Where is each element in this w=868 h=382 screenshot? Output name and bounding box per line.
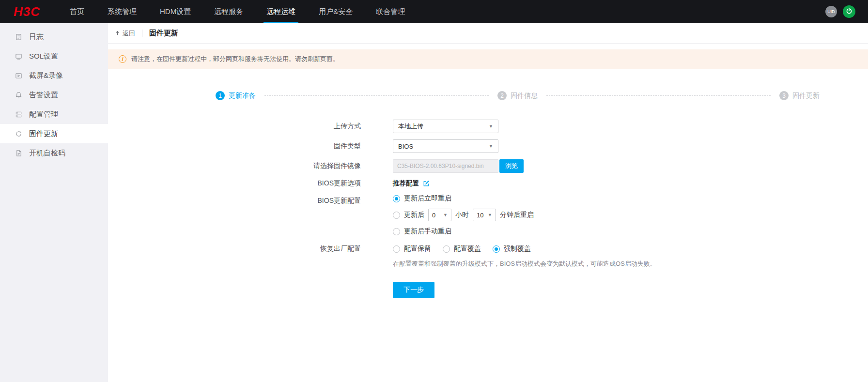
reboot-immediately-option: 更新后立即重启 <box>393 194 451 203</box>
sidebar-item-label: 固件更新 <box>29 129 58 138</box>
firmware-type-label: 固件类型 <box>108 142 361 151</box>
reboot-delayed-radio[interactable] <box>393 212 400 219</box>
nav-home[interactable]: 首页 <box>58 0 96 23</box>
chevron-down-icon: ▼ <box>489 144 493 149</box>
sidebar-item-log[interactable]: 日志 <box>0 27 108 46</box>
hours-unit-label: 小时 <box>455 211 469 219</box>
back-arrow-icon <box>115 30 120 37</box>
config-keep-radio[interactable] <box>393 245 400 253</box>
sidebar-item-alarm-settings[interactable]: 告警设置 <box>0 85 108 105</box>
reboot-manual-label: 更新后手动重启 <box>404 227 451 236</box>
config-keep-option: 配置保留 <box>393 244 431 253</box>
sidebar-item-firmware-update[interactable]: 固件更新 <box>0 124 108 143</box>
nav-remote-ops[interactable]: 远程运维 <box>255 0 307 23</box>
delay-hours-value: 0 <box>432 212 435 219</box>
sidebar-item-sol-settings[interactable]: SOL设置 <box>0 46 108 66</box>
edit-icon[interactable] <box>423 180 430 187</box>
bios-config-label: BIOS更新配置 <box>108 194 361 205</box>
sidebar-item-post-code[interactable]: 开机自检码 <box>0 143 108 163</box>
reboot-manual-radio[interactable] <box>393 228 400 235</box>
post-code-icon <box>15 149 22 157</box>
config-overwrite-radio[interactable] <box>443 245 450 253</box>
sidebar-item-label: SOL设置 <box>29 52 58 61</box>
step-firmware-update: 3 固件更新 <box>779 91 820 100</box>
sidebar-item-label: 告警设置 <box>29 91 58 100</box>
bios-options-label: BIOS更新选项 <box>108 179 361 188</box>
firmware-type-select[interactable]: BIOS ▼ <box>393 139 498 153</box>
sol-settings-icon <box>15 52 22 60</box>
info-icon: i <box>119 55 126 63</box>
sidebar-item-label: 开机自检码 <box>29 149 65 158</box>
step-label: 固件更新 <box>792 92 820 100</box>
step-number: 3 <box>779 91 789 100</box>
step-connector <box>264 95 489 96</box>
page-title: 固件更新 <box>142 29 178 38</box>
nav-hdm-settings[interactable]: HDM设置 <box>148 0 202 23</box>
delay-hours-select[interactable]: 0 ▼ <box>428 209 451 221</box>
upload-method-select[interactable]: 本地上传 ▼ <box>393 120 498 133</box>
bios-options-row: BIOS更新选项 推荐配置 <box>108 179 868 188</box>
step-number: 2 <box>497 91 507 100</box>
bios-config-row: BIOS更新配置 更新后立即重启 更新后 0 ▼ <box>108 194 868 242</box>
sidebar-item-label: 截屏&录像 <box>29 71 63 80</box>
chevron-down-icon: ▼ <box>489 124 493 129</box>
delay-minutes-select[interactable]: 10 ▼ <box>473 209 496 221</box>
firmware-image-label: 请选择固件镜像 <box>108 162 361 170</box>
nav-system-management[interactable]: 系统管理 <box>96 0 148 23</box>
step-update-prepare: 1 更新准备 <box>216 91 256 100</box>
h3c-logo-text: H3C <box>14 4 40 19</box>
step-firmware-info: 2 固件信息 <box>497 91 538 100</box>
content-area: 返回 固件更新 i 请注意，在固件更新过程中，部分网页和服务将无法使用。请勿刷新… <box>108 23 868 382</box>
step-number: 1 <box>216 91 225 100</box>
reboot-immediately-label: 更新后立即重启 <box>404 194 451 203</box>
browse-button[interactable]: 浏览 <box>499 159 524 173</box>
firmware-update-icon <box>15 130 22 138</box>
back-label: 返回 <box>123 29 135 38</box>
reboot-delayed-option: 更新后 0 ▼ 小时 10 ▼ 分钟后重启 <box>393 209 534 221</box>
upload-method-label: 上传方式 <box>108 122 361 131</box>
notice-banner: i 请注意，在固件更新过程中，部分网页和服务将无法使用。请勿刷新页面。 <box>108 49 868 69</box>
nav-federated-management[interactable]: 联合管理 <box>364 0 417 23</box>
step-label: 更新准备 <box>229 92 256 100</box>
config-management-icon <box>15 110 22 118</box>
back-button[interactable]: 返回 <box>115 29 142 38</box>
uid-button[interactable]: UID <box>825 6 837 17</box>
config-keep-label: 配置保留 <box>404 244 431 253</box>
sidebar-item-label: 配置管理 <box>29 110 58 119</box>
reboot-manual-option: 更新后手动重启 <box>393 227 451 236</box>
reboot-delayed-prefix: 更新后 <box>404 211 424 219</box>
main-area: 日志 SOL设置 截屏&录像 告警设置 <box>0 23 868 382</box>
factory-reset-label: 恢复出厂配置 <box>108 244 361 253</box>
minutes-unit-label: 分钟后重启 <box>500 211 534 219</box>
app-window: H3C 首页 系统管理 HDM设置 远程服务 远程运维 用户&安全 联合管理 U… <box>0 0 868 382</box>
next-step-button[interactable]: 下一步 <box>393 282 434 298</box>
topbar-right: UID <box>825 0 868 23</box>
topbar: H3C 首页 系统管理 HDM设置 远程服务 远程运维 用户&安全 联合管理 U… <box>0 0 868 23</box>
log-icon <box>15 33 22 41</box>
firmware-update-form: 上传方式 本地上传 ▼ 固件类型 BIOS ▼ <box>108 120 868 298</box>
nav-remote-services[interactable]: 远程服务 <box>202 0 255 23</box>
upload-method-row: 上传方式 本地上传 ▼ <box>108 120 868 133</box>
chevron-down-icon: ▼ <box>488 213 492 217</box>
chevron-down-icon: ▼ <box>443 213 448 217</box>
page-header: 返回 固件更新 <box>108 23 868 44</box>
config-overwrite-option: 配置覆盖 <box>443 244 481 253</box>
sidebar-item-config-management[interactable]: 配置管理 <box>0 105 108 124</box>
power-icon <box>846 8 852 16</box>
factory-reset-row: 恢复出厂配置 配置保留 配置覆盖 强制覆盖 <box>108 244 868 253</box>
upgrade-warning-note: 在配置覆盖和强制覆盖的升级模式下，BIOS启动模式会变为默认模式，可能造成OS启… <box>393 260 868 268</box>
reboot-immediately-radio[interactable] <box>393 195 400 202</box>
config-overwrite-label: 配置覆盖 <box>454 244 481 253</box>
force-overwrite-label: 强制覆盖 <box>504 244 531 253</box>
power-button[interactable] <box>843 5 855 18</box>
nav-user-security[interactable]: 用户&安全 <box>307 0 364 23</box>
sidebar-item-screen-record[interactable]: 截屏&录像 <box>0 66 108 85</box>
force-overwrite-radio[interactable] <box>493 245 500 253</box>
step-label: 固件信息 <box>511 92 538 100</box>
stepper: 1 更新准备 2 固件信息 3 固件更新 <box>216 91 820 100</box>
firmware-image-filename-field: C35-BIOS-2.00.63P10-signed.bin <box>393 159 498 173</box>
sidebar: 日志 SOL设置 截屏&录像 告警设置 <box>0 23 108 382</box>
delay-minutes-value: 10 <box>477 212 483 219</box>
firmware-type-value: BIOS <box>398 143 413 150</box>
step-connector <box>546 95 771 96</box>
